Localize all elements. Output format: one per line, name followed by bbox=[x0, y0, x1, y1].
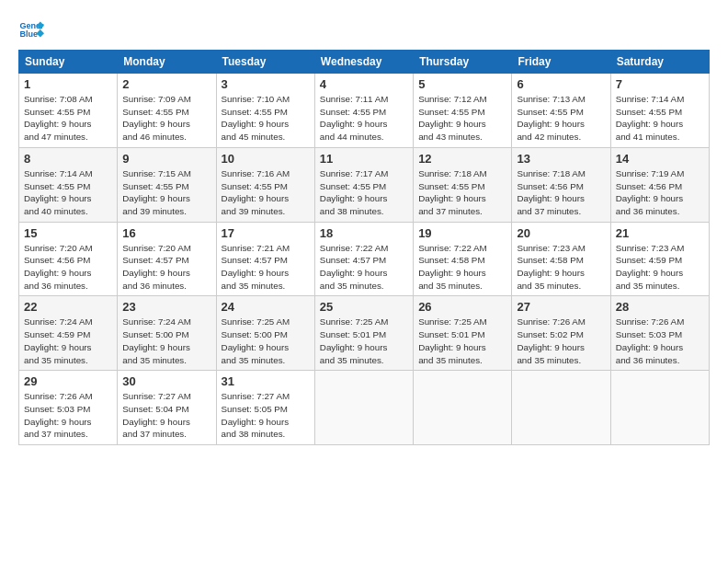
day-number: 7 bbox=[616, 77, 704, 91]
day-info: Sunrise: 7:20 AMSunset: 4:57 PMDaylight:… bbox=[122, 243, 191, 291]
day-info: Sunrise: 7:24 AMSunset: 4:59 PMDaylight:… bbox=[24, 316, 93, 364]
week-row-3: 15Sunrise: 7:20 AMSunset: 4:56 PMDayligh… bbox=[19, 222, 710, 296]
day-number: 9 bbox=[122, 152, 210, 166]
day-number: 25 bbox=[320, 300, 408, 314]
day-info: Sunrise: 7:26 AMSunset: 5:03 PMDaylight:… bbox=[24, 391, 93, 439]
day-info: Sunrise: 7:09 AMSunset: 4:55 PMDaylight:… bbox=[122, 94, 191, 142]
header-saturday: Saturday bbox=[610, 51, 709, 74]
day-info: Sunrise: 7:27 AMSunset: 5:05 PMDaylight:… bbox=[222, 391, 290, 439]
header-tuesday: Tuesday bbox=[216, 51, 314, 74]
day-number: 10 bbox=[222, 152, 310, 166]
day-number: 14 bbox=[616, 152, 704, 166]
logo-area: General Blue bbox=[18, 17, 50, 42]
day-info: Sunrise: 7:25 AMSunset: 5:00 PMDaylight:… bbox=[222, 316, 290, 364]
day-cell: 19Sunrise: 7:22 AMSunset: 4:58 PMDayligh… bbox=[414, 222, 512, 296]
day-number: 28 bbox=[616, 300, 704, 314]
day-cell: 22Sunrise: 7:24 AMSunset: 4:59 PMDayligh… bbox=[19, 296, 118, 371]
day-cell: 1Sunrise: 7:08 AMSunset: 4:55 PMDaylight… bbox=[19, 74, 118, 148]
logo-icon: General Blue bbox=[18, 17, 44, 42]
day-number: 30 bbox=[122, 374, 210, 388]
day-number: 1 bbox=[24, 77, 112, 91]
calendar-table: SundayMondayTuesdayWednesdayThursdayFrid… bbox=[18, 50, 710, 445]
day-cell: 25Sunrise: 7:25 AMSunset: 5:01 PMDayligh… bbox=[314, 296, 413, 371]
day-info: Sunrise: 7:14 AMSunset: 4:55 PMDaylight:… bbox=[616, 94, 685, 142]
day-info: Sunrise: 7:26 AMSunset: 5:03 PMDaylight:… bbox=[616, 316, 685, 364]
day-info: Sunrise: 7:22 AMSunset: 4:58 PMDaylight:… bbox=[418, 243, 487, 291]
day-info: Sunrise: 7:21 AMSunset: 4:57 PMDaylight:… bbox=[222, 243, 290, 291]
day-cell: 16Sunrise: 7:20 AMSunset: 4:57 PMDayligh… bbox=[118, 222, 216, 296]
day-cell: 28Sunrise: 7:26 AMSunset: 5:03 PMDayligh… bbox=[610, 296, 709, 371]
day-info: Sunrise: 7:25 AMSunset: 5:01 PMDaylight:… bbox=[320, 316, 389, 364]
day-info: Sunrise: 7:16 AMSunset: 4:55 PMDaylight:… bbox=[222, 168, 290, 216]
day-number: 27 bbox=[517, 300, 605, 314]
day-cell bbox=[314, 371, 413, 445]
day-info: Sunrise: 7:23 AMSunset: 4:59 PMDaylight:… bbox=[616, 243, 685, 291]
day-number: 4 bbox=[320, 77, 408, 91]
day-cell: 3Sunrise: 7:10 AMSunset: 4:55 PMDaylight… bbox=[216, 74, 314, 148]
day-info: Sunrise: 7:13 AMSunset: 4:55 PMDaylight:… bbox=[517, 94, 586, 142]
day-info: Sunrise: 7:14 AMSunset: 4:55 PMDaylight:… bbox=[24, 168, 93, 216]
day-number: 21 bbox=[616, 226, 704, 240]
day-number: 24 bbox=[222, 300, 310, 314]
day-cell: 30Sunrise: 7:27 AMSunset: 5:04 PMDayligh… bbox=[118, 371, 216, 445]
day-cell: 12Sunrise: 7:18 AMSunset: 4:55 PMDayligh… bbox=[414, 147, 512, 222]
week-row-5: 29Sunrise: 7:26 AMSunset: 5:03 PMDayligh… bbox=[19, 371, 710, 445]
day-number: 15 bbox=[24, 226, 112, 240]
calendar-body: 1Sunrise: 7:08 AMSunset: 4:55 PMDaylight… bbox=[19, 74, 710, 445]
day-info: Sunrise: 7:11 AMSunset: 4:55 PMDaylight:… bbox=[320, 94, 389, 142]
day-info: Sunrise: 7:18 AMSunset: 4:55 PMDaylight:… bbox=[418, 168, 487, 216]
day-cell: 20Sunrise: 7:23 AMSunset: 4:58 PMDayligh… bbox=[512, 222, 610, 296]
day-cell: 17Sunrise: 7:21 AMSunset: 4:57 PMDayligh… bbox=[216, 222, 314, 296]
day-info: Sunrise: 7:08 AMSunset: 4:55 PMDaylight:… bbox=[24, 94, 93, 142]
day-number: 19 bbox=[418, 226, 506, 240]
day-cell: 26Sunrise: 7:25 AMSunset: 5:01 PMDayligh… bbox=[414, 296, 512, 371]
day-cell: 15Sunrise: 7:20 AMSunset: 4:56 PMDayligh… bbox=[19, 222, 118, 296]
day-cell: 24Sunrise: 7:25 AMSunset: 5:00 PMDayligh… bbox=[216, 296, 314, 371]
day-cell: 9Sunrise: 7:15 AMSunset: 4:55 PMDaylight… bbox=[118, 147, 216, 222]
day-info: Sunrise: 7:25 AMSunset: 5:01 PMDaylight:… bbox=[418, 316, 487, 364]
day-number: 20 bbox=[517, 226, 605, 240]
day-info: Sunrise: 7:19 AMSunset: 4:56 PMDaylight:… bbox=[616, 168, 685, 216]
day-number: 16 bbox=[122, 226, 210, 240]
day-info: Sunrise: 7:17 AMSunset: 4:55 PMDaylight:… bbox=[320, 168, 389, 216]
day-cell: 31Sunrise: 7:27 AMSunset: 5:05 PMDayligh… bbox=[216, 371, 314, 445]
day-info: Sunrise: 7:26 AMSunset: 5:02 PMDaylight:… bbox=[517, 316, 586, 364]
day-cell: 29Sunrise: 7:26 AMSunset: 5:03 PMDayligh… bbox=[19, 371, 118, 445]
day-cell bbox=[512, 371, 610, 445]
day-number: 29 bbox=[24, 374, 112, 388]
day-number: 22 bbox=[24, 300, 112, 314]
day-info: Sunrise: 7:10 AMSunset: 4:55 PMDaylight:… bbox=[222, 94, 290, 142]
day-number: 26 bbox=[418, 300, 506, 314]
day-number: 17 bbox=[222, 226, 310, 240]
day-cell: 14Sunrise: 7:19 AMSunset: 4:56 PMDayligh… bbox=[610, 147, 709, 222]
header-thursday: Thursday bbox=[414, 51, 512, 74]
header-friday: Friday bbox=[512, 51, 610, 74]
day-cell: 13Sunrise: 7:18 AMSunset: 4:56 PMDayligh… bbox=[512, 147, 610, 222]
day-info: Sunrise: 7:18 AMSunset: 4:56 PMDaylight:… bbox=[517, 168, 586, 216]
day-cell: 4Sunrise: 7:11 AMSunset: 4:55 PMDaylight… bbox=[314, 74, 413, 148]
calendar-header: SundayMondayTuesdayWednesdayThursdayFrid… bbox=[19, 51, 710, 74]
day-cell: 7Sunrise: 7:14 AMSunset: 4:55 PMDaylight… bbox=[610, 74, 709, 148]
day-number: 13 bbox=[517, 152, 605, 166]
day-cell bbox=[610, 371, 709, 445]
day-number: 12 bbox=[418, 152, 506, 166]
day-info: Sunrise: 7:23 AMSunset: 4:58 PMDaylight:… bbox=[517, 243, 586, 291]
day-info: Sunrise: 7:24 AMSunset: 5:00 PMDaylight:… bbox=[122, 316, 191, 364]
day-cell: 6Sunrise: 7:13 AMSunset: 4:55 PMDaylight… bbox=[512, 74, 610, 148]
day-info: Sunrise: 7:22 AMSunset: 4:57 PMDaylight:… bbox=[320, 243, 389, 291]
svg-text:Blue: Blue bbox=[19, 29, 38, 39]
week-row-4: 22Sunrise: 7:24 AMSunset: 4:59 PMDayligh… bbox=[19, 296, 710, 371]
day-number: 5 bbox=[418, 77, 506, 91]
day-info: Sunrise: 7:27 AMSunset: 5:04 PMDaylight:… bbox=[122, 391, 191, 439]
header-row: SundayMondayTuesdayWednesdayThursdayFrid… bbox=[19, 51, 710, 74]
day-info: Sunrise: 7:15 AMSunset: 4:55 PMDaylight:… bbox=[122, 168, 191, 216]
day-number: 2 bbox=[122, 77, 210, 91]
day-info: Sunrise: 7:20 AMSunset: 4:56 PMDaylight:… bbox=[24, 243, 93, 291]
day-cell: 10Sunrise: 7:16 AMSunset: 4:55 PMDayligh… bbox=[216, 147, 314, 222]
header-monday: Monday bbox=[118, 51, 216, 74]
day-cell: 5Sunrise: 7:12 AMSunset: 4:55 PMDaylight… bbox=[414, 74, 512, 148]
day-number: 18 bbox=[320, 226, 408, 240]
day-info: Sunrise: 7:12 AMSunset: 4:55 PMDaylight:… bbox=[418, 94, 487, 142]
day-number: 8 bbox=[24, 152, 112, 166]
week-row-2: 8Sunrise: 7:14 AMSunset: 4:55 PMDaylight… bbox=[19, 147, 710, 222]
